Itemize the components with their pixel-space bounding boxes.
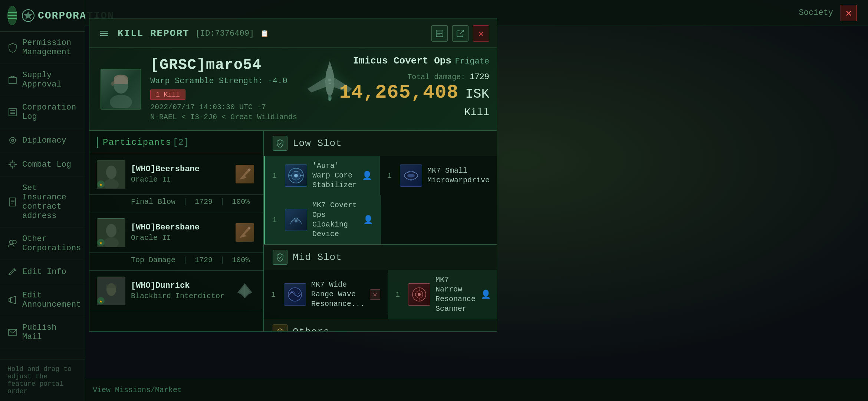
equip-x-button[interactable]: ✕: [370, 289, 380, 300]
equip-warp-stabilizer[interactable]: 1 'Aura' Warp: [264, 156, 380, 195]
svg-point-37: [106, 166, 116, 179]
participants-header: Participants [2]: [89, 131, 263, 154]
sidebar-item-diplomacy[interactable]: Diplomacy: [0, 128, 85, 153]
kill-result: Kill: [339, 107, 489, 118]
participant-weapon-3: [234, 280, 256, 302]
society-tab[interactable]: Society: [799, 8, 833, 17]
sidebar-item-edit-info[interactable]: Edit Info: [0, 260, 85, 284]
participant-info-3: [WHO]Dunrick Blackbird Interdictor: [131, 281, 228, 300]
low-slot-icon: [273, 136, 287, 151]
isk-value: 14,265,408: [339, 82, 459, 104]
equip-number-wave: 1: [271, 290, 279, 299]
notes-icon: [435, 29, 444, 38]
isk-label: ISK: [465, 87, 489, 102]
sidebar-label-corp-log: Corporation Log: [22, 103, 78, 121]
person-icon: 👤: [362, 171, 372, 181]
kill-badge: 1 Kill: [150, 89, 185, 100]
svg-marker-1: [24, 11, 33, 19]
svg-point-31: [325, 66, 334, 96]
menu-icon: [100, 35, 108, 36]
sidebar-label-edit-info: Edit Info: [22, 267, 66, 277]
sidebar-item-publish-mail[interactable]: Publish Mail: [0, 316, 85, 349]
mid-slot-title: Mid Slot: [293, 252, 342, 263]
wave-svg: [286, 285, 304, 304]
sidebar-label-insurance: Set Insurance contract address: [22, 183, 78, 221]
share-button[interactable]: [452, 25, 468, 42]
others-section: Others 1 Gravity Capacitor: [264, 319, 497, 331]
others-title: Others: [293, 326, 330, 331]
low-slot-title: Low Slot: [293, 138, 342, 149]
mid-shield-icon: [276, 253, 285, 262]
cloak-svg: [287, 211, 305, 229]
document-icon: [7, 197, 18, 207]
svg-rect-2: [9, 78, 16, 84]
copy-icon: 📋: [260, 30, 269, 38]
svg-point-33: [329, 97, 331, 101]
low-slot-header: Low Slot: [264, 131, 497, 156]
menu-icon: [100, 31, 108, 32]
sidebar-item-combat-log[interactable]: Combat Log: [0, 153, 85, 177]
sidebar-label-diplomacy: Diplomacy: [22, 136, 66, 145]
scanner-name: MK7 Narrow Resonance Scanner: [435, 275, 476, 314]
close-kill-report-button[interactable]: ✕: [473, 25, 489, 42]
shield-icon: [7, 42, 18, 53]
close-window-icon: ✕: [846, 7, 852, 19]
warp-stab-svg: [287, 166, 305, 185]
equip-number-2: 1: [387, 172, 395, 180]
sidebar-item-insurance[interactable]: Set Insurance contract address: [0, 177, 85, 228]
bottom-link[interactable]: View Missions/Market: [93, 386, 182, 394]
person-icon-scanner: 👤: [481, 290, 491, 300]
kill-stats: Imicus Covert Ops Frigate Total damage: …: [339, 55, 489, 118]
handshake-icon: [7, 135, 18, 146]
participant-stats-2: Top Damage | 1729 | 100%: [89, 253, 263, 271]
sidebar-label-permission: Permission Management: [22, 38, 78, 57]
sidebar-label-edit-announcement: Edit Announcement: [22, 291, 81, 309]
sidebar-label-supply: Supply Approval: [22, 71, 78, 89]
megaphone-icon: [7, 295, 18, 305]
equip-number-scanner: 1: [395, 290, 403, 299]
svg-line-28: [460, 30, 464, 34]
participant-badge-3: ★: [97, 297, 105, 304]
equip-wave-resonance[interactable]: 1 MK7 Wide Range Wave Resonance... ✕: [264, 275, 388, 314]
sidebar-item-corp-log[interactable]: Corporation Log: [0, 96, 85, 128]
participant-badge-2: ★: [97, 239, 105, 246]
notes-button[interactable]: [431, 25, 448, 42]
sidebar-item-edit-announcement[interactable]: Edit Announcement: [0, 284, 85, 316]
participant-info-1: [WHO]Beersbane Oracle II: [131, 164, 228, 184]
bottom-bar: View Missions/Market: [85, 379, 868, 401]
participants-panel: Participants [2] ★: [89, 131, 264, 331]
star-badge-icon: ★: [99, 181, 102, 188]
close-kill-report-icon: ✕: [479, 28, 484, 39]
svg-point-55: [295, 219, 297, 222]
participant-row[interactable]: ★ [WHO]Dunrick Blackbird Interdictor: [89, 271, 263, 311]
sidebar-item-permission[interactable]: Permission Management: [0, 32, 85, 64]
sidebar-item-other-corps[interactable]: Other Corporations: [0, 228, 85, 260]
ship-type: Frigate: [455, 57, 489, 66]
close-window-button[interactable]: ✕: [841, 5, 857, 21]
cloak-name: MK7 Covert Ops Cloaking Device: [312, 200, 358, 239]
svg-point-7: [10, 137, 16, 143]
shield-slot-icon: [276, 139, 285, 148]
ship-icon-3: [234, 281, 256, 300]
participant-count: [2]: [173, 137, 189, 147]
others-header: Others: [264, 319, 497, 331]
participant-name-3: [WHO]Dunrick: [131, 281, 228, 290]
sidebar-label-publish-mail: Publish Mail: [22, 323, 78, 342]
kill-report-title: KILL REPORT: [118, 28, 190, 39]
hamburger-button[interactable]: [7, 6, 17, 25]
sidebar-item-supply[interactable]: Supply Approval: [0, 64, 85, 96]
box-icon: [7, 75, 18, 85]
sidebar-label-other-corps: Other Corporations: [22, 234, 81, 253]
equip-cloak[interactable]: 1 MK7 Covert Ops Cloaking Device 👤: [264, 195, 381, 244]
wave-icon: [284, 283, 306, 306]
equip-resonance-scanner[interactable]: 1 MK7 Narrow Resonance Scanner 👤: [388, 270, 497, 319]
participant-row[interactable]: ★ [WHO]Beersbane Oracle II: [89, 154, 263, 195]
equip-microwarpdrive[interactable]: 1 MK7 Small Microwarpdrive: [380, 159, 497, 192]
menu-button[interactable]: [97, 26, 112, 41]
weapon-icon-2: [236, 223, 254, 242]
participant-weapon-1: [234, 163, 256, 185]
svg-point-48: [294, 174, 298, 177]
svg-point-8: [11, 139, 14, 141]
svg-point-40: [106, 224, 116, 237]
participant-row[interactable]: ★ [WHO]Beersbane Oracle II: [89, 212, 263, 253]
